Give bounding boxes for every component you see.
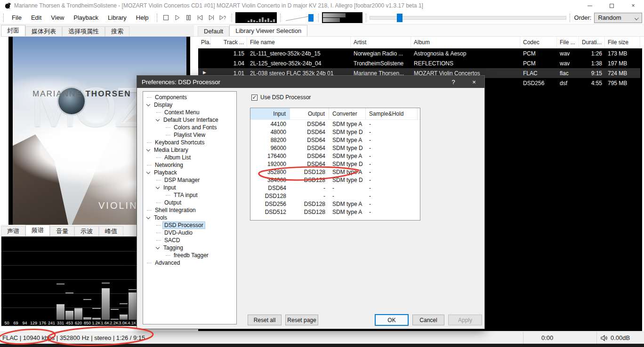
dsd-cell: 192000 [250,160,290,168]
dialog-help-button[interactable]: ? [443,76,464,88]
spectrum-bar [102,288,110,320]
dsd-table-row[interactable]: 192000DSD64SDM type D- [250,160,420,168]
dsd-table-row[interactable]: 88200DSD64SDM type A- [250,136,420,144]
cancel-button[interactable]: Cancel [412,315,444,325]
column-header[interactable]: File ... [557,37,579,48]
apply-button[interactable]: Apply [448,315,482,325]
menu-view[interactable]: View [46,12,69,23]
column-header[interactable]: File name [247,37,351,48]
tab-playlist-0[interactable]: Default [198,26,229,36]
previous-button[interactable] [194,13,206,23]
play-button[interactable] [172,13,183,23]
tree-item[interactable]: Components [145,94,236,101]
table-row[interactable]: 1.152L-111_stereo-352k-24b_15Norwegian R… [198,48,640,58]
tab-cover-3[interactable]: 搜索 [105,26,129,36]
tab-vis-1[interactable]: 频谱 [25,225,50,236]
tree-connector [166,135,170,135]
tree-item[interactable]: Colors and Fonts [145,124,236,131]
tab-playlist-1[interactable]: Library Viewer Selection [229,25,307,36]
tab-vis-3[interactable]: 示波 [74,226,99,236]
tree-item[interactable]: Shell Integration [145,206,236,214]
order-dropdown[interactable]: Random [594,13,642,23]
tree-item[interactable]: Default User Interface [145,116,236,124]
tree-item[interactable]: Album List [145,154,236,161]
column-header[interactable]: File size [605,37,640,48]
tree-item[interactable]: DVD-Audio [145,229,236,237]
minimize-button[interactable] [579,0,601,11]
use-dsd-processor-label: Use DSD Processor [260,94,311,101]
dsd-table-row[interactable]: DSD64--- [250,184,420,192]
tree-item[interactable]: Context Menu [145,109,236,116]
volume-slider[interactable] [284,13,315,23]
menu-library[interactable]: Library [103,12,131,23]
tab-cover-1[interactable]: 媒体列表 [25,26,62,36]
menu-file[interactable]: File [7,12,26,23]
dsd-table-row[interactable]: 48000DSD64SDM type D- [250,128,420,136]
use-dsd-processor-row[interactable]: ✓ Use DSD Processor [251,94,311,101]
dsd-column-header[interactable]: Input [250,108,290,119]
column-header[interactable]: Pla... [198,37,211,48]
dsd-table-row[interactable]: 44100DSD64SDM type A- [250,120,420,128]
tree-item[interactable]: Networking [145,161,236,169]
tree-item[interactable]: TTA input [145,191,236,199]
tab-vis-0[interactable]: 声谱 [1,226,25,236]
dsd-table-row[interactable]: 96000DSD64SDM type D- [250,144,420,152]
column-header[interactable]: Artist [351,37,411,48]
dsd-table-row[interactable]: DSD128--- [250,192,420,200]
tree-item[interactable]: Advanced [145,259,236,267]
use-dsd-processor-checkbox[interactable]: ✓ [251,95,258,101]
speaker-icon[interactable] [601,335,608,341]
tree-item[interactable]: SACD [145,237,236,244]
stop-button[interactable] [161,13,172,23]
tree-item[interactable]: Media Library [145,146,236,154]
tree-item[interactable]: Input [145,184,236,191]
frequency-label: 241 [47,321,56,325]
ok-button[interactable]: OK [375,314,409,326]
tree-item[interactable]: Keyboard Shortcuts [145,139,236,146]
tab-vis-4[interactable]: 峰值 [99,226,123,236]
tree-item[interactable]: freedb Tagger [145,252,236,259]
tree-item[interactable]: Tools [145,214,236,221]
tree-item[interactable]: Display [145,101,236,109]
tree-item-label: DVD-Audio [163,229,194,236]
dsd-table-row[interactable]: 176400DSD64SDM type A- [250,152,420,160]
tab-cover-2[interactable]: 选择项属性 [62,26,105,36]
dsd-column-header[interactable]: Output [290,108,329,119]
tree-item[interactable]: Tagging [145,244,236,252]
dsd-column-header[interactable]: Converter [329,108,366,119]
column-header[interactable]: Album [411,37,520,48]
tree-item[interactable]: Playback [145,169,236,176]
menu-playback[interactable]: Playback [69,12,103,23]
dsd-column-header[interactable]: Sample&Hold [366,108,418,119]
dsd-table-row[interactable]: DSD256DSD128SDM type A- [250,200,420,208]
maximize-button[interactable] [601,0,622,11]
random-button[interactable]: ? [217,13,228,23]
menu-help[interactable]: Help [131,12,153,23]
column-header[interactable]: Track ... [211,37,247,48]
seekbar-thumb[interactable] [397,14,402,22]
tree-item[interactable]: Output [145,199,236,206]
tab-cover-0[interactable]: 封面 [1,25,25,36]
reset-page-button[interactable]: Reset page [285,315,318,325]
dsd-table-row[interactable]: 384000DSD128SDM type D- [250,176,420,184]
dsd-table-header: InputOutputConverterSample&Hold [250,108,420,120]
tree-item-label: Playlist View [172,132,207,138]
tab-vis-2[interactable]: 音量 [50,226,74,236]
dialog-close-button[interactable]: × [464,76,484,88]
column-header[interactable]: Durati... [579,37,605,48]
dsd-table-row[interactable]: 352800DSD128SDM type A- [250,168,420,176]
menu-edit[interactable]: Edit [26,12,46,23]
cell: TrondheimSolistene [351,58,411,68]
next-button[interactable] [206,13,217,23]
pause-button[interactable] [183,13,194,23]
seekbar[interactable] [370,13,566,23]
tree-item[interactable]: Playlist View [145,131,236,139]
table-row[interactable]: 1.042L-125_stereo-352k-24b_04TrondheimSo… [198,58,640,68]
tree-item[interactable]: DSD Processor [145,221,236,229]
dsd-cell: DSD128 [290,208,329,216]
reset-all-button[interactable]: Reset all [248,315,282,325]
dsd-table-row[interactable]: DSD512DSD128SDM type A- [250,208,420,216]
column-header[interactable]: Codec [520,37,557,48]
close-button[interactable]: × [622,0,644,11]
tree-item[interactable]: DSP Manager [145,176,236,184]
